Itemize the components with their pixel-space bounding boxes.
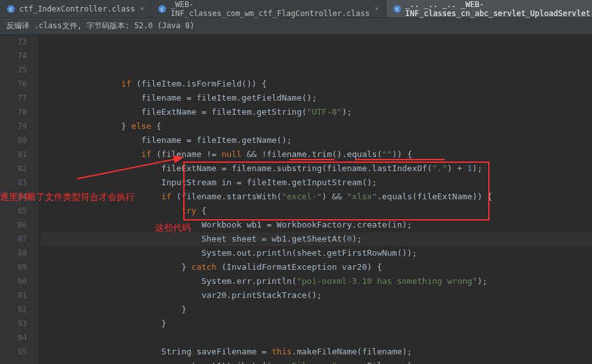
tab-flag-controller[interactable]: c _WEB-INF_classes_com_wm_ctf_FlagContro… bbox=[151, 0, 386, 17]
line-number: 73 bbox=[0, 35, 27, 49]
code-line[interactable]: Sheet sheet = wb1.getSheetAt(0); bbox=[41, 232, 592, 246]
code-line[interactable]: } bbox=[41, 317, 592, 331]
line-number: 91 bbox=[0, 288, 27, 302]
code-line[interactable]: fileExtName = fileItem.getString("UTF-8"… bbox=[41, 105, 592, 119]
close-icon[interactable]: × bbox=[375, 4, 379, 13]
line-number: 78 bbox=[0, 105, 27, 119]
code-line[interactable]: filename = fileItem.getFieldName(); bbox=[41, 91, 592, 105]
tab-label: _.. _.. _.. _WEB-INF_classes_cn_abc_serv… bbox=[406, 0, 592, 18]
code-line[interactable]: } else { bbox=[41, 119, 592, 133]
code-line[interactable]: if (fileItem.isFormField()) { bbox=[41, 77, 592, 91]
tab-index-controller[interactable]: c ctf_IndexController.class × bbox=[0, 0, 151, 17]
line-number: 94 bbox=[0, 331, 27, 345]
line-number: 80 bbox=[0, 133, 27, 147]
code-line[interactable]: var20.printStackTrace(); bbox=[41, 288, 592, 302]
tab-label: _WEB-INF_classes_com_wm_ctf_FlagControll… bbox=[170, 0, 370, 18]
svg-text:c: c bbox=[161, 6, 164, 12]
tab-bar: c ctf_IndexController.class × c _WEB-INF… bbox=[0, 0, 592, 18]
line-number: 89 bbox=[0, 260, 27, 274]
code-line[interactable]: String saveFilename = this.makeFileName(… bbox=[41, 345, 592, 359]
line-number: 88 bbox=[0, 246, 27, 260]
line-number: 86 bbox=[0, 218, 27, 232]
tab-label: ctf_IndexController.class bbox=[19, 4, 135, 13]
code-line[interactable]: try { bbox=[41, 204, 592, 218]
decompile-info-bar: 反编译 .class文件, 字节码版本: 52.0 (Java 8) bbox=[0, 18, 592, 35]
line-number: 76 bbox=[0, 77, 27, 91]
line-number: 85 bbox=[0, 204, 27, 218]
code-line[interactable] bbox=[41, 331, 592, 345]
line-number: 92 bbox=[0, 302, 27, 317]
svg-text:c: c bbox=[9, 6, 12, 12]
line-number: 90 bbox=[0, 274, 27, 288]
line-number: 81 bbox=[0, 147, 27, 161]
line-number: 87 bbox=[0, 232, 27, 246]
code-line[interactable]: filename = fileItem.getName(); bbox=[41, 133, 592, 147]
code-line[interactable]: System.out.println(sheet.getFirstRowNum(… bbox=[41, 246, 592, 260]
line-number: 77 bbox=[0, 91, 27, 105]
line-number: 75 bbox=[0, 63, 27, 77]
line-number: 74 bbox=[0, 49, 27, 63]
tab-upload-servlet[interactable]: c _.. _.. _.. _WEB-INF_classes_cn_abc_se… bbox=[386, 0, 592, 17]
code-line[interactable]: System.err.println("poi-ooxml-3.10 has s… bbox=[41, 274, 592, 288]
underline-xlsx bbox=[355, 159, 445, 160]
code-line[interactable]: Workbook wb1 = WorkbookFactory.create(in… bbox=[41, 218, 592, 232]
line-number: 79 bbox=[0, 119, 27, 133]
code-line[interactable]: } bbox=[41, 302, 592, 317]
class-icon: c bbox=[393, 4, 402, 13]
class-icon: c bbox=[158, 4, 167, 13]
annotation-right: 这些代码 bbox=[155, 220, 191, 235]
line-number: 82 bbox=[0, 161, 27, 176]
code-editor[interactable]: 7374757677787980818283848586878889909192… bbox=[0, 35, 592, 364]
line-number: 93 bbox=[0, 317, 27, 331]
close-icon[interactable]: × bbox=[140, 4, 145, 13]
annotation-left: 逐里判断了文件类型符合才会执行 bbox=[0, 190, 135, 204]
code-line[interactable]: request.setAttribute("saveFilename", sav… bbox=[41, 359, 592, 364]
code-area[interactable]: if (fileItem.isFormField()) { filename =… bbox=[38, 35, 592, 364]
class-icon: c bbox=[6, 4, 15, 13]
underline-excel bbox=[290, 159, 334, 160]
svg-line-6 bbox=[77, 158, 183, 179]
line-number: 83 bbox=[0, 176, 27, 190]
code-line[interactable]: } catch (InvalidFormatException var20) { bbox=[41, 260, 592, 274]
svg-text:c: c bbox=[395, 6, 399, 12]
arrow-annotation bbox=[77, 156, 192, 182]
line-number: 95 bbox=[0, 345, 27, 359]
